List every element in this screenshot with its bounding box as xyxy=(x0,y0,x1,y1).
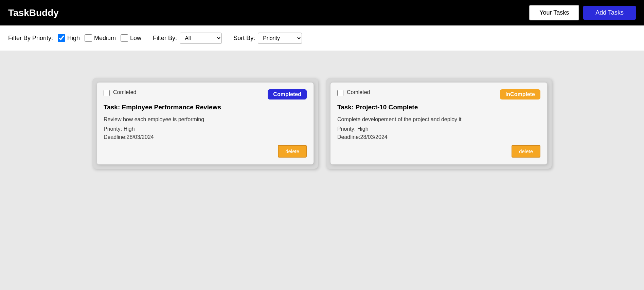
card-checkbox-2[interactable] xyxy=(337,90,343,96)
app-logo: TaskBuddy xyxy=(8,7,59,18)
filter-high-item: High xyxy=(58,34,80,42)
card-priority-2: Priority: High xyxy=(337,126,540,132)
sort-by-section: Sort By: Priority Deadline Title xyxy=(233,33,302,44)
filter-low-checkbox[interactable] xyxy=(121,34,128,42)
task-card-outer-1: Comleted Completed Task: Employee Perfor… xyxy=(92,78,318,169)
task-card-1: Comleted Completed Task: Employee Perfor… xyxy=(96,82,314,165)
card-badge-1: Completed xyxy=(268,89,307,99)
filter-high-label: High xyxy=(67,35,80,42)
card-header-left-2: Comleted xyxy=(337,89,370,96)
filter-by-label: Filter By: xyxy=(153,35,177,42)
add-tasks-button[interactable]: Add Tasks xyxy=(583,6,636,20)
header-actions: Your Tasks Add Tasks xyxy=(529,5,636,20)
filter-low-item: Low xyxy=(121,34,141,42)
filter-medium-checkbox[interactable] xyxy=(85,34,92,42)
sort-by-select[interactable]: Priority Deadline Title xyxy=(258,33,302,44)
delete-button-2[interactable]: delete xyxy=(512,145,540,158)
task-card-outer-2: Comleted InComplete Task: Project-10 Com… xyxy=(326,78,552,169)
filter-high-checkbox[interactable] xyxy=(58,34,65,42)
card-status-label-2: Comleted xyxy=(347,89,370,95)
card-title-1: Task: Employee Performance Reviews xyxy=(104,104,307,111)
card-header-left-1: Comleted xyxy=(104,89,136,96)
card-description-2: Complete developement of the project and… xyxy=(337,116,540,123)
card-description-1: Review how each employee is performing xyxy=(104,116,307,123)
card-badge-2: InComplete xyxy=(500,89,540,99)
filter-medium-label: Medium xyxy=(94,35,116,42)
card-title-2: Task: Project-10 Complete xyxy=(337,104,540,111)
card-checkbox-1[interactable] xyxy=(104,90,110,96)
card-header-2: Comleted InComplete xyxy=(337,89,540,99)
filter-by-priority-label: Filter By Priority: xyxy=(8,35,53,42)
card-deadline-1: Deadline:28/03/2024 xyxy=(104,134,307,140)
sort-by-label: Sort By: xyxy=(233,35,255,42)
your-tasks-button[interactable]: Your Tasks xyxy=(529,5,579,20)
card-deadline-2: Deadline:28/03/2024 xyxy=(337,134,540,140)
main-content: Comleted Completed Task: Employee Perfor… xyxy=(0,51,644,290)
header: TaskBuddy Your Tasks Add Tasks xyxy=(0,0,644,25)
filter-by-select[interactable]: All Completed InComplete xyxy=(180,33,222,44)
filter-medium-item: Medium xyxy=(85,34,116,42)
card-footer-2: delete xyxy=(337,145,540,158)
cards-container: Comleted Completed Task: Employee Perfor… xyxy=(51,78,593,169)
filter-low-label: Low xyxy=(130,35,141,42)
filter-bar: Filter By Priority: High Medium Low Filt… xyxy=(0,25,644,51)
card-status-label-1: Comleted xyxy=(113,89,136,95)
card-header-1: Comleted Completed xyxy=(104,89,307,99)
filter-by-section: Filter By: All Completed InComplete xyxy=(153,33,222,44)
delete-button-1[interactable]: delete xyxy=(278,145,307,158)
task-card-2: Comleted InComplete Task: Project-10 Com… xyxy=(330,82,548,165)
card-footer-1: delete xyxy=(104,145,307,158)
card-priority-1: Priority: High xyxy=(104,126,307,132)
